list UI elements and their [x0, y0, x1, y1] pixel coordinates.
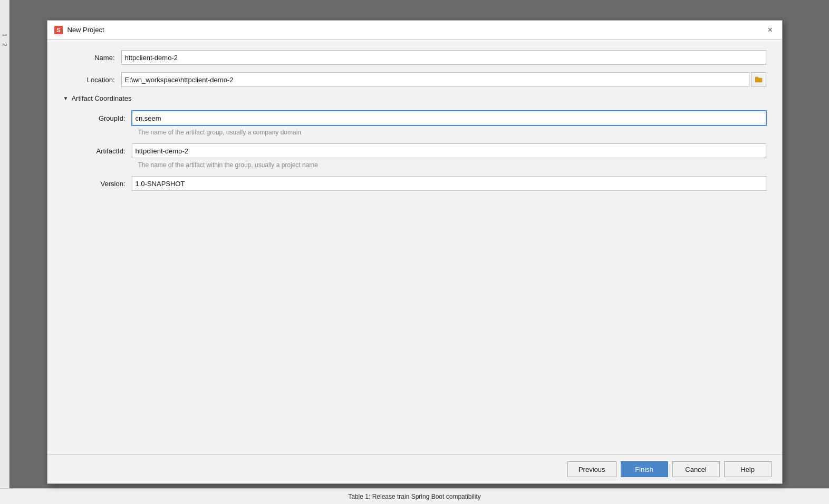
artifact-section-header: ▼ Artifact Coordinates [63, 94, 766, 102]
version-input[interactable] [132, 176, 766, 191]
help-button[interactable]: Help [724, 461, 772, 477]
sidebar-tab-1: 1 [1, 32, 8, 39]
folder-icon [755, 76, 763, 83]
artifact-id-row: ArtifactId: [74, 143, 766, 158]
previous-button[interactable]: Previous [567, 461, 616, 477]
dialog-title: New Project [68, 26, 104, 34]
new-project-dialog: S New Project × Name: Location: [47, 20, 783, 484]
left-sidebar: 1 2 [0, 0, 9, 488]
group-id-input[interactable] [132, 111, 766, 125]
artifact-section-content: GroupId: The name of the artifact group,… [63, 111, 766, 191]
cancel-button[interactable]: Cancel [672, 461, 720, 477]
artifact-id-label: ArtifactId: [74, 147, 132, 155]
group-id-hint: The name of the artifact group, usually … [138, 129, 766, 136]
artifact-id-input[interactable] [132, 143, 766, 158]
dialog-content: Name: Location: ▼ [47, 40, 782, 454]
bottom-bar: Table 1: Release train Spring Boot compa… [0, 488, 829, 504]
name-row: Name: [63, 50, 766, 65]
svg-text:S: S [56, 27, 60, 33]
location-input-group [121, 72, 766, 87]
version-row: Version: [74, 176, 766, 191]
sidebar-tab-2: 2 [1, 41, 8, 49]
name-input[interactable] [121, 50, 766, 65]
dialog-titlebar: S New Project × [47, 21, 782, 40]
app-icon: S [54, 25, 63, 35]
group-id-row: GroupId: [74, 111, 766, 125]
location-input[interactable] [121, 72, 749, 87]
name-label: Name: [63, 54, 121, 62]
group-id-label: GroupId: [74, 114, 132, 122]
close-button[interactable]: × [765, 25, 776, 35]
location-label: Location: [63, 76, 121, 84]
artifact-id-hint: The name of the artifact within the grou… [138, 161, 766, 169]
overlay: Table 1: Release train Spring Boot compa… [0, 0, 829, 504]
finish-button[interactable]: Finish [621, 461, 668, 477]
bottom-bar-text: Table 1: Release train Spring Boot compa… [348, 493, 480, 500]
folder-browse-button[interactable] [751, 72, 766, 87]
location-row: Location: [63, 72, 766, 87]
svg-rect-3 [755, 77, 758, 79]
artifact-section-title: Artifact Coordinates [71, 94, 131, 102]
dialog-title-left: S New Project [54, 25, 104, 35]
version-label: Version: [74, 180, 132, 188]
collapse-arrow[interactable]: ▼ [63, 95, 69, 101]
dialog-footer: Previous Finish Cancel Help [47, 454, 782, 483]
